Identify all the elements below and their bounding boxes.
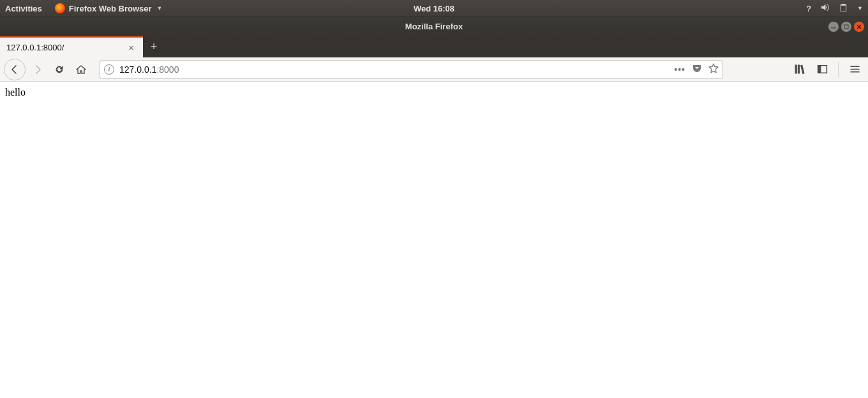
library-button[interactable] bbox=[789, 60, 809, 79]
navigation-toolbar: i 127.0.0.1:8000 ••• bbox=[0, 57, 868, 82]
url-port: :8000 bbox=[156, 64, 179, 75]
bookmark-star-icon[interactable] bbox=[708, 63, 719, 75]
svg-rect-1 bbox=[844, 25, 848, 29]
sidebar-button[interactable] bbox=[812, 60, 832, 79]
window-titlebar: Mozilla Firefox bbox=[0, 17, 868, 36]
system-menu-icon[interactable]: ▼ bbox=[857, 5, 863, 11]
app-menu[interactable]: Firefox Web Browser ▼ bbox=[51, 2, 167, 15]
maximize-button[interactable] bbox=[841, 22, 851, 32]
url-host: 127.0.0.1 bbox=[119, 64, 156, 75]
page-body-text: hello bbox=[5, 87, 26, 98]
page-actions-icon[interactable]: ••• bbox=[674, 64, 685, 75]
battery-icon[interactable] bbox=[839, 3, 848, 14]
forward-button[interactable] bbox=[28, 60, 47, 79]
window-title: Mozilla Firefox bbox=[405, 22, 463, 31]
url-bar[interactable]: i 127.0.0.1:8000 ••• bbox=[100, 60, 723, 79]
reload-button[interactable] bbox=[50, 60, 69, 79]
home-button[interactable] bbox=[71, 60, 91, 79]
minimize-button[interactable] bbox=[828, 22, 839, 32]
volume-icon[interactable] bbox=[820, 3, 830, 14]
svg-rect-0 bbox=[831, 27, 836, 29]
tab-bar: 127.0.0.1:8000/ × + bbox=[0, 36, 868, 57]
activities-button[interactable]: Activities bbox=[5, 4, 42, 13]
page-content: hello bbox=[0, 82, 868, 103]
new-tab-button[interactable]: + bbox=[143, 36, 165, 57]
tab-label: 127.0.0.1:8000/ bbox=[6, 43, 64, 52]
help-icon[interactable]: ? bbox=[806, 4, 811, 13]
clock[interactable]: Wed 16:08 bbox=[414, 4, 454, 13]
pocket-icon[interactable] bbox=[692, 63, 702, 75]
url-text: 127.0.0.1:8000 bbox=[119, 64, 179, 75]
toolbar-separator bbox=[838, 62, 839, 77]
back-button[interactable] bbox=[4, 59, 26, 80]
svg-rect-3 bbox=[818, 66, 820, 73]
close-tab-icon[interactable]: × bbox=[126, 43, 137, 52]
gnome-top-bar: Activities Firefox Web Browser ▼ Wed 16:… bbox=[0, 0, 868, 17]
hamburger-menu-button[interactable] bbox=[845, 60, 864, 79]
firefox-icon bbox=[55, 3, 65, 13]
browser-tab[interactable]: 127.0.0.1:8000/ × bbox=[0, 36, 143, 57]
close-button[interactable] bbox=[854, 22, 864, 32]
app-menu-label: Firefox Web Browser bbox=[69, 4, 152, 13]
chevron-down-icon: ▼ bbox=[157, 5, 163, 11]
info-icon[interactable]: i bbox=[104, 64, 114, 75]
